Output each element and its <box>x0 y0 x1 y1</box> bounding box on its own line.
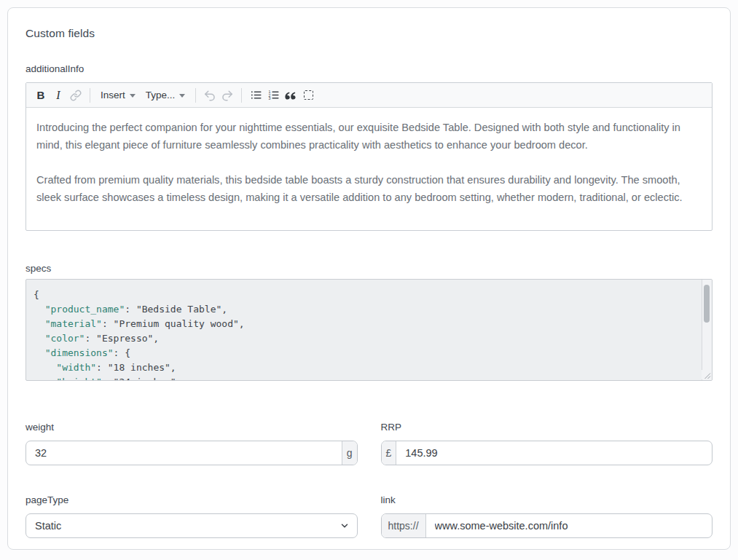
link-input-group: https:// <box>381 513 713 538</box>
specs-code-editor[interactable]: { "product_name": "Bedside Table", "mate… <box>25 279 713 381</box>
toolbar-divider <box>195 88 196 103</box>
specs-field: specs { "product_name": "Bedside Table",… <box>25 263 713 381</box>
redo-icon <box>221 90 234 101</box>
link-col: link https:// <box>381 494 713 538</box>
insert-dropdown-label: Insert <box>101 90 125 100</box>
additional-info-label: additionalInfo <box>25 63 713 74</box>
rrp-col: RRP £ <box>381 422 713 465</box>
editor-content[interactable]: Introducing the perfect companion for yo… <box>26 108 712 230</box>
bold-button[interactable]: B <box>32 86 50 105</box>
weight-unit-suffix: g <box>342 441 357 465</box>
resize-grip[interactable] <box>702 370 711 379</box>
specs-label: specs <box>25 263 713 274</box>
toolbar-divider <box>241 88 242 103</box>
weight-rrp-row: weight g RRP £ <box>25 422 713 465</box>
toolbar-divider <box>90 88 90 103</box>
code-line: "product_name": "Bedside Table", <box>34 302 694 317</box>
code-line: "color": "Espresso", <box>34 331 694 346</box>
custom-fields-card: Custom fields additionalInfo B I Inse <box>7 7 731 550</box>
weight-label: weight <box>25 422 358 433</box>
specs-scrollbar-track[interactable] <box>702 280 712 380</box>
numbered-list-icon: 1 2 3 <box>267 89 280 101</box>
currency-prefix: £ <box>382 441 397 465</box>
type-dropdown-label: Type... <box>146 90 176 100</box>
code-line: { <box>34 288 694 302</box>
page-type-label: pageType <box>25 494 358 505</box>
caret-down-icon <box>130 94 136 98</box>
specs-scrollbar-thumb[interactable] <box>704 285 710 323</box>
link-icon <box>70 90 82 101</box>
svg-text:3: 3 <box>268 96 270 100</box>
rrp-input[interactable] <box>396 441 712 465</box>
redo-button[interactable] <box>219 86 236 105</box>
blockquote-icon <box>284 90 297 100</box>
link-button[interactable] <box>67 86 85 105</box>
weight-col: weight g <box>25 422 358 465</box>
weight-input-group: g <box>25 441 358 465</box>
bullet-list-icon <box>250 89 262 101</box>
code-line: "height": "24 inches", <box>34 375 694 381</box>
page-title: Custom fields <box>25 27 713 40</box>
caret-down-icon <box>179 94 185 98</box>
code-line: "material": "Premium quality wood", <box>34 317 694 331</box>
bullet-list-button[interactable] <box>247 86 264 105</box>
editor-paragraph: Crafted from premium quality materials, … <box>36 171 702 206</box>
pagetype-link-row: pageType Static link https:// <box>25 494 713 538</box>
insert-dropdown[interactable]: Insert <box>95 86 141 105</box>
additional-info-field: additionalInfo B I Insert <box>25 63 713 231</box>
dashed-square-icon <box>304 90 313 100</box>
code-line: "width": "18 inches", <box>34 360 694 375</box>
italic-button[interactable]: I <box>50 86 67 105</box>
editor-toolbar: B I Insert Type... <box>26 83 712 108</box>
code-line: "dimensions": { <box>34 346 694 360</box>
specs-code-lines: { "product_name": "Bedside Table", "mate… <box>26 280 712 381</box>
link-label: link <box>381 494 713 505</box>
undo-icon <box>203 90 216 101</box>
rrp-input-group: £ <box>381 441 713 465</box>
container-block-button[interactable] <box>299 86 317 105</box>
editor-paragraph: Introducing the perfect companion for yo… <box>36 119 702 154</box>
type-dropdown[interactable]: Type... <box>141 86 191 105</box>
rich-text-editor: B I Insert Type... <box>25 82 713 231</box>
rrp-label: RRP <box>381 422 713 433</box>
undo-button[interactable] <box>201 86 219 105</box>
page-type-select-wrap: Static <box>25 513 358 538</box>
weight-input[interactable] <box>26 441 342 465</box>
page-type-col: pageType Static <box>25 494 358 538</box>
link-input[interactable] <box>426 514 712 537</box>
protocol-prefix: https:// <box>382 514 426 537</box>
blockquote-button[interactable] <box>282 86 299 105</box>
page-type-select[interactable]: Static <box>25 513 358 538</box>
numbered-list-button[interactable]: 1 2 3 <box>264 86 282 105</box>
